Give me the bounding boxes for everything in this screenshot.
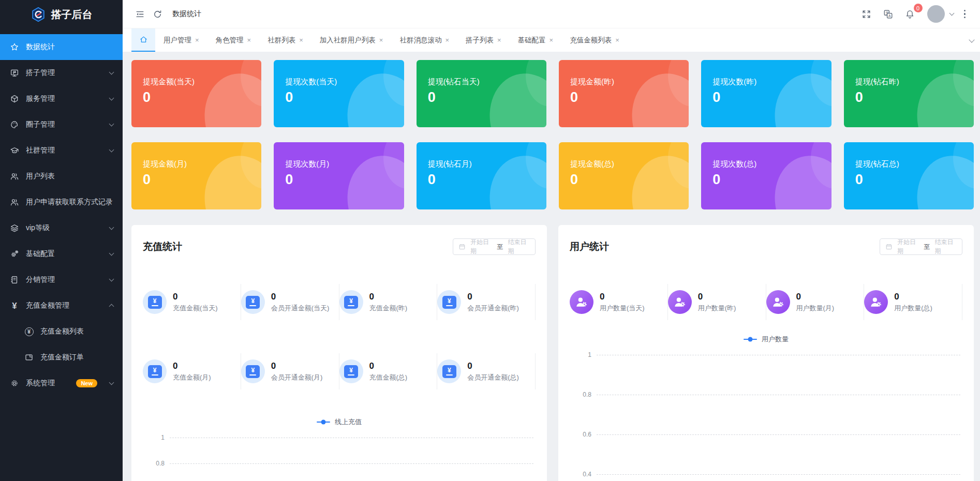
tab-close-icon[interactable]: × xyxy=(497,36,501,44)
sidebar-item[interactable]: 搭子管理 xyxy=(0,60,123,86)
chevron-down-icon[interactable] xyxy=(949,11,954,16)
tab[interactable]: 社群列表× xyxy=(259,28,311,52)
sidebar-item[interactable]: 分销管理 xyxy=(0,267,123,293)
tab[interactable]: 用户管理× xyxy=(155,28,207,52)
tab-close-icon[interactable]: × xyxy=(615,36,619,44)
stat-text: 0会员开通金额(月) xyxy=(271,361,323,382)
tab-close-icon[interactable]: × xyxy=(195,36,199,44)
tab[interactable]: 基础配置× xyxy=(510,28,562,52)
date-separator: 至 xyxy=(924,243,930,251)
fullscreen-icon[interactable] xyxy=(858,5,875,23)
chevron-up-icon xyxy=(109,304,114,309)
panel-title: 用户统计 xyxy=(570,240,609,253)
stat-item: ¥0充值金额(月) xyxy=(143,353,241,389)
card-value: 0 xyxy=(428,89,546,106)
star-icon xyxy=(9,42,20,52)
board-icon xyxy=(9,68,20,78)
sidebar-item-label: 圈子管理 xyxy=(26,120,55,129)
stat-value: 0 xyxy=(173,292,218,302)
notifications-bell-icon[interactable]: 0 xyxy=(901,5,919,23)
card-value: 0 xyxy=(143,172,261,188)
sidebar-item[interactable]: 圈子管理 xyxy=(0,112,123,138)
sidebar-item[interactable]: 基础配置 xyxy=(0,241,123,267)
tab-close-icon[interactable]: × xyxy=(247,36,251,44)
date-range-picker[interactable]: 开始日期 至 结束日期 xyxy=(453,238,536,255)
collapse-sidebar-icon[interactable] xyxy=(131,5,149,23)
content: 提现金额(当天)0提现次数(当天)0提现(钻石当天)0提现金额(昨)0提现次数(… xyxy=(123,52,980,481)
sidebar-item[interactable]: 社群管理 xyxy=(0,138,123,163)
stat-label: 用户数量(月) xyxy=(796,304,835,313)
sidebar-item[interactable]: ¥充值金额列表 xyxy=(0,319,123,344)
chevron-down-icon xyxy=(109,147,114,153)
sidebar-item-label: 用户申请获取联系方式记录 xyxy=(26,198,113,207)
sidebar-item[interactable]: 服务管理 xyxy=(0,86,123,112)
tab-close-icon[interactable]: × xyxy=(379,36,383,44)
stat-text: 0会员开通金额(总) xyxy=(467,361,519,382)
card-value: 0 xyxy=(855,89,974,106)
translate-icon[interactable]: 文 A xyxy=(880,5,897,23)
tab-close-icon[interactable]: × xyxy=(299,36,303,44)
card-label: 提现(钻石昨) xyxy=(855,77,974,87)
stat-text: 0会员开通金额(当天) xyxy=(271,292,330,313)
stat-item: 0用户数量(当天) xyxy=(570,284,668,320)
stat-text: 0用户数量(总) xyxy=(894,292,932,313)
gears-icon xyxy=(9,249,20,259)
stat-label: 会员开通金额(昨) xyxy=(467,304,519,313)
avatar[interactable] xyxy=(927,5,945,23)
card-label: 提现金额(昨) xyxy=(570,77,689,87)
sidebar-item[interactable]: vip等级 xyxy=(0,215,123,241)
tab-home[interactable] xyxy=(131,28,155,52)
tab[interactable]: 充值金额列表× xyxy=(561,28,628,52)
tab[interactable]: 搭子列表× xyxy=(457,28,510,52)
yen-billing-icon: ¥ xyxy=(143,290,167,314)
sidebar-item[interactable]: 用户申请获取联系方式记录 xyxy=(0,189,123,215)
card-label: 提现金额(月) xyxy=(143,159,261,169)
legend-label: 线上充值 xyxy=(335,417,362,427)
card-value: 0 xyxy=(855,172,974,188)
card-label: 提现(钻石总) xyxy=(855,159,974,169)
sidebar-item-label: 社群管理 xyxy=(26,146,55,155)
date-start-placeholder: 开始日期 xyxy=(897,238,919,255)
more-options-icon[interactable] xyxy=(960,7,970,21)
tab-close-icon[interactable]: × xyxy=(550,36,554,44)
chart-gridline-row: 1 xyxy=(570,350,962,359)
sidebar-item[interactable]: 系统管理New xyxy=(0,370,123,396)
tab-close-icon[interactable]: × xyxy=(445,36,449,44)
chevron-down-icon xyxy=(109,277,114,282)
stat-value: 0 xyxy=(271,292,330,302)
sidebar-item[interactable]: 数据统计 xyxy=(0,34,123,60)
sidebar-item[interactable]: ¥充值金额管理 xyxy=(0,293,123,319)
graduation-cap-icon xyxy=(9,145,20,156)
legend-line-dot-icon xyxy=(317,422,330,423)
tabbar-overflow-chevron-icon[interactable] xyxy=(969,37,974,42)
sidebar-item[interactable]: 充值金额订单 xyxy=(0,344,123,370)
stat-item: ¥0会员开通金额(总) xyxy=(437,353,536,389)
gridline xyxy=(597,355,960,355)
tab[interactable]: 角色管理× xyxy=(207,28,260,52)
tab-label: 角色管理 xyxy=(216,36,244,45)
stat-item: 0用户数量(昨) xyxy=(668,284,766,320)
stat-card: 提现(钻石当天)0 xyxy=(417,60,546,127)
y-axis-tick: 0.6 xyxy=(570,431,591,438)
panels: 充值统计 开始日期 至 结束日期 ¥0充值金额(当天)¥0会员开通金额(当天)¥… xyxy=(131,225,974,481)
recharge-stats: ¥0充值金额(当天)¥0会员开通金额(当天)¥0充值金额(昨)¥0会员开通金额(… xyxy=(143,284,536,389)
sidebar-item-label: 数据统计 xyxy=(26,42,55,52)
legend-line-dot-icon xyxy=(744,339,757,340)
sidebar-item-label: 充值金额订单 xyxy=(40,353,84,362)
yen-billing-icon: ¥ xyxy=(339,359,363,383)
sidebar-item[interactable]: 用户列表 xyxy=(0,163,123,189)
topbar: 数据统计 文 A 0 xyxy=(123,0,980,28)
stat-item: ¥0充值金额(当天) xyxy=(143,284,241,320)
refresh-icon[interactable] xyxy=(149,5,166,23)
chart-gridline-row: 0.8 xyxy=(570,390,962,399)
date-range-picker[interactable]: 开始日期 至 结束日期 xyxy=(880,238,962,255)
ledger-icon xyxy=(9,275,20,285)
calendar-icon xyxy=(885,243,893,250)
tabbar: 用户管理×角色管理×社群列表×加入社群用户列表×社群消息滚动×搭子列表×基础配置… xyxy=(123,28,980,52)
tab[interactable]: 社群消息滚动× xyxy=(391,28,457,52)
card-label: 提现金额(当天) xyxy=(143,77,261,87)
stat-value: 0 xyxy=(369,361,408,371)
stat-label: 会员开通金额(当天) xyxy=(271,304,330,313)
tab-label: 搭子列表 xyxy=(466,36,494,45)
tab[interactable]: 加入社群用户列表× xyxy=(311,28,392,52)
